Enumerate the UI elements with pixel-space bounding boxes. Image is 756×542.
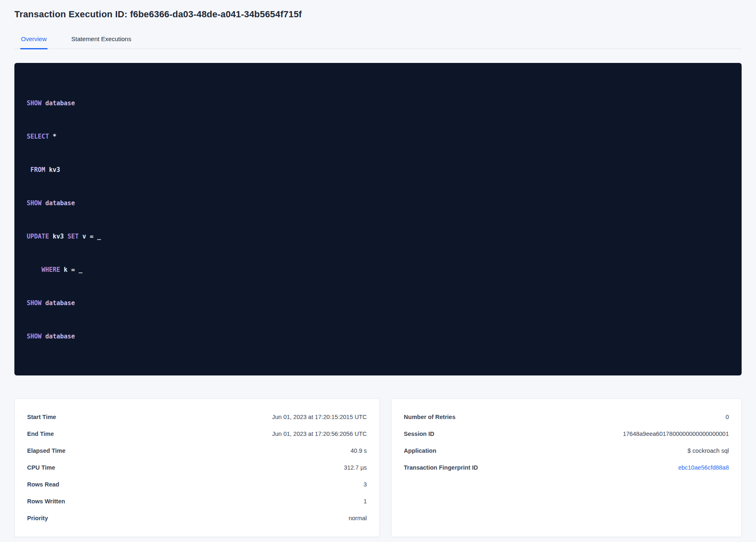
sql-line: SHOW database <box>27 98 729 109</box>
kv-row-transaction-fingerprint-id: Transaction Fingerprint ID ebc10ae56cfd8… <box>404 459 729 476</box>
kv-row-session-id: Session ID 17648a9eea6017800000000000000… <box>404 426 729 442</box>
kv-label: Application <box>404 447 436 455</box>
kv-row-elapsed-time: Elapsed Time 40.9 s <box>27 442 367 459</box>
page-title: Transaction Execution ID: f6be6366-da03-… <box>14 0 742 20</box>
kv-row-end-time: End Time Jun 01, 2023 at 17:20:56:2056 U… <box>27 426 367 442</box>
kv-value: Jun 01, 2023 at 17:20:15:2015 UTC <box>272 413 367 422</box>
kv-value: 17648a9eea6017800000000000000001 <box>623 430 729 438</box>
transaction-fingerprint-id-link[interactable]: ebc10ae56cfd88a8 <box>678 463 729 472</box>
kv-value: Jun 01, 2023 at 17:20:56:2056 UTC <box>272 430 367 438</box>
kv-label: Priority <box>27 514 48 523</box>
kv-label: Start Time <box>27 413 56 422</box>
kv-label: End Time <box>27 430 54 438</box>
kv-value: 3 <box>364 480 367 489</box>
kv-row-number-of-retries: Number of Retries 0 <box>404 409 729 426</box>
execution-summary-card: Start Time Jun 01, 2023 at 17:20:15:2015… <box>14 398 380 537</box>
kv-row-rows-read: Rows Read 3 <box>27 476 367 493</box>
kv-value: 1 <box>364 497 367 506</box>
sql-line: SHOW database <box>27 298 729 309</box>
kv-label: Number of Retries <box>404 413 456 422</box>
kv-label: CPU Time <box>27 463 55 472</box>
kv-value: 40.9 s <box>350 447 367 455</box>
sql-line: SHOW database <box>27 198 729 209</box>
tab-bar: Overview Statement Executions <box>14 32 742 49</box>
kv-row-rows-written: Rows Written 1 <box>27 493 367 510</box>
sql-line: WHERE k = _ <box>27 264 729 276</box>
kv-row-priority: Priority normal <box>27 510 367 527</box>
kv-label: Transaction Fingerprint ID <box>404 463 478 472</box>
kv-label: Rows Read <box>27 480 59 489</box>
kv-value: 312.7 µs <box>344 463 367 472</box>
session-details-card: Number of Retries 0 Session ID 17648a9ee… <box>391 398 742 537</box>
tab-overview[interactable]: Overview <box>20 32 48 49</box>
summary-cards: Start Time Jun 01, 2023 at 17:20:15:2015… <box>14 398 742 537</box>
kv-value: $ cockroach sql <box>687 447 729 455</box>
sql-line: FROM kv3 <box>27 164 729 176</box>
sql-line: SHOW database <box>27 331 729 342</box>
transaction-details-page: Transaction Execution ID: f6be6366-da03-… <box>0 0 756 542</box>
kv-row-application: Application $ cockroach sql <box>404 442 729 459</box>
kv-row-start-time: Start Time Jun 01, 2023 at 17:20:15:2015… <box>27 409 367 426</box>
kv-label: Elapsed Time <box>27 447 65 455</box>
kv-row-cpu-time: CPU Time 312.7 µs <box>27 459 367 476</box>
sql-line: SELECT * <box>27 131 729 142</box>
kv-label: Session ID <box>404 430 434 438</box>
kv-value: normal <box>348 514 366 523</box>
sql-statements-box: SHOW database SELECT * FROM kv3 SHOW dat… <box>14 63 742 375</box>
kv-value: 0 <box>726 413 729 422</box>
sql-line: UPDATE kv3 SET v = _ <box>27 231 729 242</box>
kv-label: Rows Written <box>27 497 65 506</box>
tab-statement-executions[interactable]: Statement Executions <box>71 32 132 49</box>
